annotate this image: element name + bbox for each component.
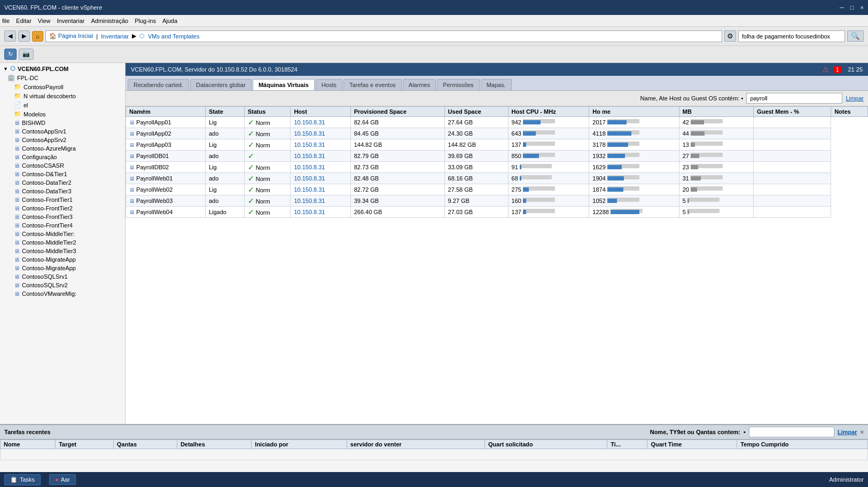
tasks-close-btn[interactable]: × — [861, 429, 864, 435]
sidebar-item-15[interactable]: 🖥Contoso-FrontTier2 — [1, 204, 124, 213]
table-row[interactable]: 🖥 PayrollWeb01ado✓ Norm10.150.8.3182.48 … — [126, 173, 868, 184]
table-row[interactable]: 🖥 PayrollWeb02Lig✓ Norm10.150.8.3182.72 … — [126, 184, 868, 195]
tasks-col-header-3[interactable]: Detalhes — [177, 440, 251, 449]
table-row[interactable]: 🖥 PayrollWeb04Ligado✓ Norm10.150.8.31266… — [126, 207, 868, 218]
sidebar-item-4[interactable]: 📁Modelos — [1, 109, 124, 119]
tasks-tab[interactable]: 📋 Tasks — [4, 474, 41, 485]
sidebar-item-18[interactable]: 🖥Contoso-MiddleTier: — [1, 230, 124, 238]
col-header-4[interactable]: Provisioned Space — [350, 107, 444, 117]
sidebar-item-13[interactable]: 🖥Contoso-DataTier3 — [1, 187, 124, 195]
col-header-3[interactable]: Host — [291, 107, 350, 117]
tasks-col-header-5[interactable]: servidor do venter — [347, 440, 484, 449]
tasks-col-header-2[interactable]: Qantas — [113, 440, 177, 449]
host-link[interactable]: 10.150.8.31 — [294, 119, 325, 125]
sidebar-item-19[interactable]: 🖥Contoso-MiddleTier2 — [1, 238, 124, 247]
sidebar-item-21[interactable]: 🖥Contoso-MigrateApp — [1, 255, 124, 264]
vm-name[interactable]: PayrollWeb01 — [136, 175, 173, 182]
vm-name[interactable]: PayrollWeb03 — [136, 198, 173, 204]
sidebar-item-root[interactable]: ▼ ⬡ VCEN60.FPL.COM — [1, 64, 124, 73]
tab-5[interactable]: Alarmes — [403, 79, 436, 90]
tab-4[interactable]: Tarefas e eventos — [343, 79, 402, 90]
menu-view[interactable]: View — [38, 18, 51, 24]
snapshot-button[interactable]: 📷 — [19, 49, 34, 60]
col-header-5[interactable]: Used Space — [444, 107, 508, 117]
aar-tab[interactable]: ● Aar — [49, 474, 76, 485]
home-button[interactable]: ⌂ — [32, 31, 43, 42]
tasks-col-header-1[interactable]: Target — [56, 440, 114, 449]
search-options-btn[interactable]: ⚙ — [724, 30, 736, 42]
back-button[interactable]: ◀ — [4, 30, 16, 42]
nav-inventory[interactable]: Inventariar — [101, 33, 129, 40]
sidebar-item-7[interactable]: 🖥ContosoAppSrv2 — [1, 136, 124, 144]
table-row[interactable]: 🖥 PayrollDB01ado✓ 10.150.8.3182.79 GB39.… — [126, 151, 868, 162]
host-link[interactable]: 10.150.8.31 — [294, 209, 325, 215]
table-row[interactable]: 🖥 PayrollApp02ado✓ Norm10.150.8.3184.45 … — [126, 128, 868, 139]
tasks-col-header-0[interactable]: Nome — [1, 440, 56, 449]
minimize-btn[interactable]: ─ — [840, 4, 844, 11]
tasks-col-header-7[interactable]: Ti... — [607, 440, 647, 449]
vm-name[interactable]: PayrollWeb04 — [136, 209, 173, 215]
table-row[interactable]: 🖥 PayrollApp01Lig✓ Norm10.150.8.3182.64 … — [126, 117, 868, 128]
menu-admin[interactable]: Administração — [91, 18, 128, 24]
col-header-7[interactable]: Ho me — [589, 107, 679, 117]
col-header-10[interactable]: Notes — [831, 107, 868, 117]
close-btn[interactable]: × — [861, 4, 864, 11]
table-row[interactable]: 🖥 PayrollDB02Lig✓ Norm10.150.8.3182.73 G… — [126, 162, 868, 173]
sidebar-item-16[interactable]: 🖥Contoso-FrontTier3 — [1, 213, 124, 221]
sidebar-item-25[interactable]: 🖥ContosoVMwareMig: — [1, 289, 124, 298]
search-button[interactable]: 🔍 — [847, 30, 864, 42]
tab-3[interactable]: Hosts — [316, 79, 342, 90]
vm-name[interactable]: PayrollDB01 — [136, 153, 169, 159]
sidebar-item-0[interactable]: 🏢FPL-DC — [1, 73, 124, 82]
menu-inventory[interactable]: Inventariar — [57, 18, 84, 24]
host-link[interactable]: 10.150.8.31 — [294, 198, 325, 204]
sidebar-item-12[interactable]: 🖥Contoso-DataTier2 — [1, 178, 124, 187]
refresh-button[interactable]: ↻ — [4, 49, 17, 60]
vm-name[interactable]: PayrollApp03 — [136, 142, 171, 148]
sidebar-item-22[interactable]: 🖥Contoso-MigrateApp — [1, 264, 124, 272]
tasks-col-header-6[interactable]: Quart solicitado — [485, 440, 607, 449]
sidebar-item-23[interactable]: 🖥ContosoSQLSrv1 — [1, 272, 124, 281]
vm-name[interactable]: PayrollApp02 — [136, 130, 171, 137]
tab-0[interactable]: Recebendo carted. — [128, 79, 189, 90]
col-header-8[interactable]: MB — [679, 107, 753, 117]
sidebar-item-14[interactable]: 🖥Contoso-FrontTier1 — [1, 195, 124, 204]
filter-clear-btn[interactable]: Limpar — [846, 95, 864, 101]
sidebar-item-24[interactable]: 🖥ContosoSQLSrv2 — [1, 281, 124, 289]
sidebar-item-1[interactable]: 📁ContosoPayroll — [1, 82, 124, 91]
sidebar-item-17[interactable]: 🖥Contoso-FrontTier4 — [1, 221, 124, 230]
host-link[interactable]: 10.150.8.31 — [294, 175, 325, 182]
host-link[interactable]: 10.150.8.31 — [294, 186, 325, 193]
menu-plugins[interactable]: Plug-ins — [135, 18, 156, 24]
forward-button[interactable]: ▶ — [18, 30, 30, 42]
host-link[interactable]: 10.150.8.31 — [294, 142, 325, 148]
col-header-1[interactable]: State — [205, 107, 244, 117]
tasks-filter-input[interactable] — [749, 427, 834, 437]
vm-name[interactable]: PayrollDB02 — [136, 164, 169, 170]
sidebar-item-9[interactable]: 🖥Configuração — [1, 153, 124, 161]
search-input[interactable] — [738, 30, 845, 42]
table-area[interactable]: Name, Ate Host ou Guest OS contém: • Lim… — [126, 91, 868, 424]
menu-file[interactable]: file — [2, 18, 10, 24]
tab-7[interactable]: Mapas. — [481, 79, 512, 90]
collapse-icon[interactable]: ▼ — [3, 66, 8, 72]
table-row[interactable]: 🖥 PayrollWeb03ado✓ Norm10.150.8.3139.34 … — [126, 195, 868, 207]
col-header-9[interactable]: Guest Mem - % — [754, 107, 831, 117]
host-link[interactable]: 10.150.8.31 — [294, 130, 325, 137]
maximize-btn[interactable]: □ — [850, 4, 854, 11]
host-link[interactable]: 10.150.8.31 — [294, 164, 325, 170]
sidebar-item-6[interactable]: 🖥ContosoAppSrv1 — [1, 127, 124, 136]
tab-1[interactable]: Datacenters globar — [190, 79, 252, 90]
sidebar-item-5[interactable]: 🖥BISHWD — [1, 119, 124, 127]
tasks-filter-clear[interactable]: Limpar — [838, 429, 857, 435]
nav-home[interactable]: 🏠 Página Inicial — [49, 33, 93, 40]
menu-edit[interactable]: Editar — [16, 18, 32, 24]
tasks-col-header-8[interactable]: Quart Time — [647, 440, 737, 449]
col-header-2[interactable]: Status — [244, 107, 291, 117]
filter-input[interactable] — [746, 93, 842, 104]
vm-name[interactable]: PayrollApp01 — [136, 119, 171, 125]
tab-2[interactable]: Máquinas Virtuais — [253, 79, 315, 90]
sidebar-item-10[interactable]: 🖥ContosoCSASR — [1, 161, 124, 170]
sidebar-item-3[interactable]: 📄el — [1, 100, 124, 109]
sidebar-item-11[interactable]: 🖥Contoso-D&Tier1 — [1, 170, 124, 178]
